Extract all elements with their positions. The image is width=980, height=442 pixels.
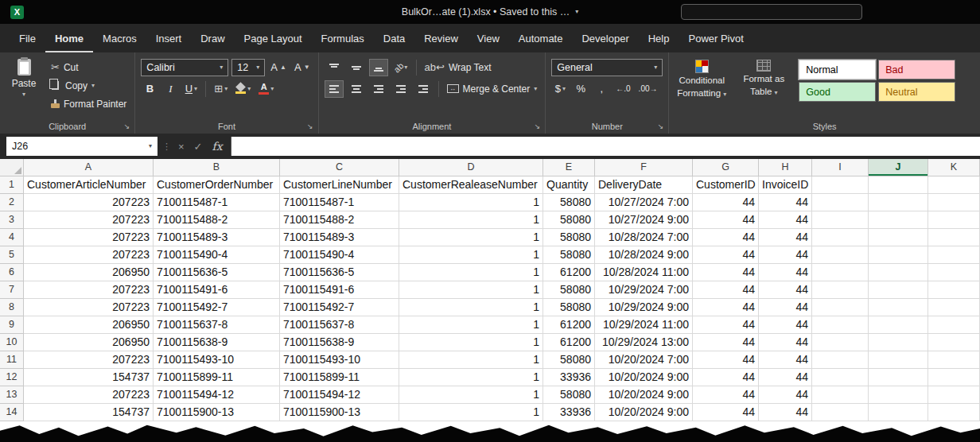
cell-I8[interactable] [812, 299, 869, 316]
cell-G2[interactable]: 44 [693, 194, 759, 211]
cell-J3[interactable] [869, 211, 928, 229]
font-size-dropdown-arrow[interactable]: ▾ [256, 64, 259, 71]
cell-K11[interactable] [928, 351, 980, 369]
decrease-decimal-button[interactable]: .00→ [636, 80, 660, 98]
decrease-indent-button[interactable] [391, 80, 410, 98]
column-header-F[interactable]: F [595, 159, 693, 176]
excel-logo-icon[interactable]: X [10, 6, 24, 19]
underline-dropdown-arrow[interactable]: ▾ [194, 86, 197, 92]
tab-data[interactable]: Data [374, 24, 414, 52]
cell-H4[interactable]: 44 [759, 229, 812, 246]
cell-F10[interactable]: 10/29/2024 13:00 [595, 334, 693, 351]
cell-I11[interactable] [812, 351, 869, 369]
comma-style-button[interactable]: , [593, 80, 610, 98]
cell-B9[interactable]: 7100115637-8 [154, 316, 280, 334]
cell-D2[interactable]: 1 [399, 194, 543, 211]
cell-E5[interactable]: 58080 [543, 246, 595, 264]
cell-J12[interactable] [869, 369, 928, 386]
cell-G14[interactable]: 44 [693, 404, 759, 421]
cell-J6[interactable] [869, 264, 928, 281]
cell-C12[interactable]: 7100115899-11 [280, 369, 399, 386]
cell-D12[interactable]: 1 [399, 369, 543, 386]
cell-K14[interactable] [928, 404, 980, 421]
cell-G1[interactable]: CustomerID [693, 176, 759, 194]
cell-G5[interactable]: 44 [693, 246, 759, 264]
name-box[interactable]: J26 ▾ [6, 137, 158, 156]
row-header-2[interactable]: 2 [0, 194, 24, 211]
tab-macros[interactable]: Macros [93, 24, 146, 52]
paste-button[interactable]: Paste ▾ [6, 56, 42, 112]
name-box-dropdown-arrow[interactable]: ▾ [149, 143, 152, 149]
tab-developer[interactable]: Developer [572, 24, 638, 52]
cell-I7[interactable] [812, 281, 869, 299]
increase-decimal-button[interactable]: ←.0 [613, 80, 632, 98]
cell-H3[interactable]: 44 [759, 211, 812, 229]
chevron-down-icon[interactable]: ▾ [575, 9, 578, 15]
cell-F14[interactable]: 10/20/2024 9:00 [595, 404, 693, 421]
cell-B4[interactable]: 7100115489-3 [154, 229, 280, 246]
cell-A4[interactable]: 207223 [24, 229, 154, 246]
cell-A14[interactable]: 154737 [24, 404, 154, 421]
merge-center-button[interactable]: ↔ Merge & Center ▾ [445, 80, 540, 97]
cell-K10[interactable] [928, 334, 980, 351]
font-name-combo[interactable]: Calibri ▾ [141, 59, 228, 76]
cell-H5[interactable]: 44 [759, 246, 812, 264]
cell-E9[interactable]: 61200 [543, 316, 595, 334]
cell-J1[interactable] [869, 176, 928, 194]
column-header-B[interactable]: B [154, 159, 280, 176]
font-size-combo[interactable]: 12 ▾ [231, 59, 265, 76]
align-left-button[interactable] [325, 80, 344, 98]
number-format-combo[interactable]: General ▾ [551, 59, 663, 76]
tab-page-layout[interactable]: Page Layout [235, 24, 312, 52]
document-title[interactable]: BulkOr…ate (1).xlsx • Saved to this … ▾ [402, 6, 578, 17]
cell-A10[interactable]: 206950 [24, 334, 154, 351]
cell-C5[interactable]: 7100115490-4 [280, 246, 399, 264]
cell-H11[interactable]: 44 [759, 351, 812, 369]
cell-H13[interactable]: 44 [759, 386, 812, 404]
cell-I9[interactable] [812, 316, 869, 334]
cell-H12[interactable]: 44 [759, 369, 812, 386]
alignment-dialog-launcher[interactable]: ↘ [535, 122, 541, 130]
cell-E7[interactable]: 58080 [543, 281, 595, 299]
fill-color-dropdown-arrow[interactable]: ▾ [247, 86, 251, 92]
cell-F7[interactable]: 10/29/2024 7:00 [595, 281, 693, 299]
cell-G12[interactable]: 44 [693, 369, 759, 386]
cell-K2[interactable] [928, 194, 980, 211]
font-dialog-launcher[interactable]: ↘ [307, 122, 313, 130]
orientation-button[interactable]: ab ▾ [391, 59, 410, 76]
cell-I3[interactable] [812, 211, 869, 229]
cell-K13[interactable] [928, 386, 980, 404]
cell-J9[interactable] [869, 316, 928, 334]
row-header-13[interactable]: 13 [0, 386, 24, 404]
cell-B3[interactable]: 7100115488-2 [154, 211, 280, 229]
cell-style-neutral[interactable]: Neutral [878, 82, 955, 102]
cell-A5[interactable]: 207223 [24, 246, 154, 264]
cell-J13[interactable] [869, 386, 928, 404]
column-header-H[interactable]: H [759, 159, 812, 176]
percent-style-button[interactable]: % [572, 80, 589, 98]
cell-F4[interactable]: 10/28/2024 7:00 [595, 229, 693, 246]
fat-dropdown-arrow[interactable]: ▾ [775, 89, 778, 96]
search-box[interactable] [681, 4, 862, 20]
row-header-12[interactable]: 12 [0, 369, 24, 386]
cell-E6[interactable]: 61200 [543, 264, 595, 281]
increase-font-size-button[interactable]: A▲ [268, 59, 289, 76]
cell-A8[interactable]: 207223 [24, 299, 154, 316]
cell-B7[interactable]: 7100115491-6 [154, 281, 280, 299]
cell-F11[interactable]: 10/20/2024 7:00 [595, 351, 693, 369]
cell-G4[interactable]: 44 [693, 229, 759, 246]
enter-icon[interactable]: ✓ [194, 141, 203, 153]
tab-formulas[interactable]: Formulas [312, 24, 374, 52]
row-header-14[interactable]: 14 [0, 404, 24, 421]
cell-C1[interactable]: CustomerLineNumber [280, 176, 399, 194]
borders-button[interactable]: ⊞ ▾ [212, 80, 230, 98]
cell-C10[interactable]: 7100115638-9 [280, 334, 399, 351]
column-header-J[interactable]: J [869, 159, 928, 176]
number-dialog-launcher[interactable]: ↘ [658, 122, 664, 130]
conditional-formatting-button[interactable]: Conditional Formatting ▾ [675, 58, 729, 99]
cell-E3[interactable]: 58080 [543, 211, 595, 229]
cell-E1[interactable]: Quantity [543, 176, 595, 194]
cell-F3[interactable]: 10/27/2024 9:00 [595, 211, 693, 229]
tab-home[interactable]: Home [45, 24, 93, 52]
paste-dropdown-arrow[interactable]: ▾ [22, 91, 25, 98]
